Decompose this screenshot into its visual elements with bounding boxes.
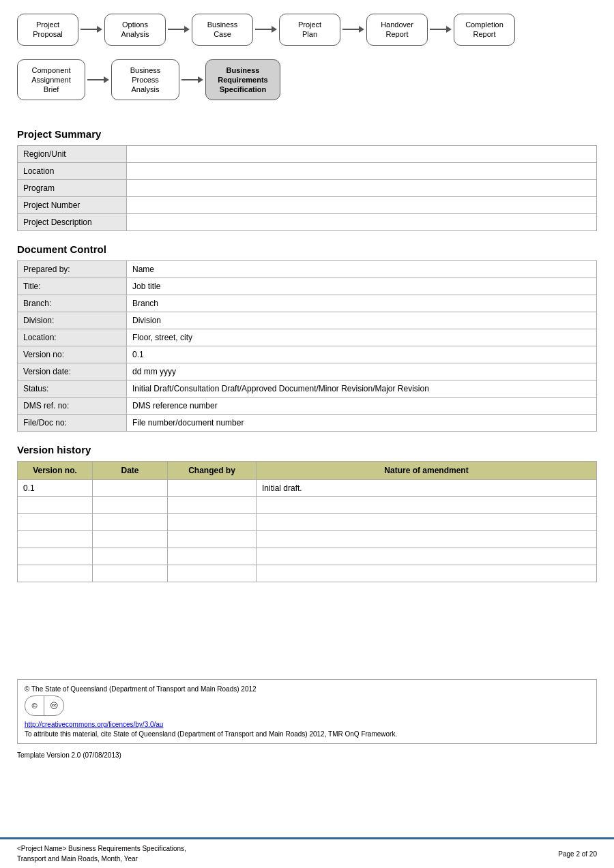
col-date: Date (93, 462, 168, 480)
bottom-line2: Transport and Main Roads, Month, Year (17, 854, 186, 864)
cc-badge: © 🅭 (25, 695, 64, 716)
value-version-date: dd mm yyyy (127, 363, 597, 380)
table-row (18, 531, 597, 548)
col-changed-by: Changed by (168, 462, 257, 480)
flow-step-business-requirements: BusinessRequirementsSpecification (205, 59, 280, 101)
cc-badge-row: © 🅭 (25, 695, 589, 718)
table-row (18, 514, 597, 531)
flow-step-business-process: BusinessProcessAnalysis (111, 59, 179, 101)
arrow-1 (81, 26, 102, 33)
label-branch: Branch: (18, 295, 127, 312)
cell-changed-by (168, 514, 257, 531)
cell-version (18, 531, 93, 548)
label-dms-ref: DMS ref. no: (18, 398, 127, 415)
table-row: Project Description (18, 214, 597, 231)
bottom-line1: <Project Name> Business Requirements Spe… (17, 843, 186, 854)
table-row: Status: Initial Draft/Consultation Draft… (18, 380, 597, 398)
cell-amendment (257, 565, 597, 582)
cell-changed-by (168, 497, 257, 514)
label-title: Title: (18, 278, 127, 295)
cc-circle-icon: © (25, 696, 44, 715)
value-project-description (127, 214, 597, 231)
cell-changed-by (168, 531, 257, 548)
project-summary-title: Project Summary (17, 128, 597, 140)
label-file-doc: File/Doc no: (18, 415, 127, 432)
arrow-7 (181, 76, 203, 83)
cc-person-icon: 🅭 (44, 696, 63, 715)
table-row: DMS ref. no: DMS reference number (18, 398, 597, 415)
cell-date (93, 548, 168, 565)
cell-version (18, 565, 93, 582)
copyright-text: © The State of Queensland (Department of… (25, 685, 589, 693)
table-row: Prepared by: Name (18, 261, 597, 278)
table-row (18, 497, 597, 514)
cell-version (18, 548, 93, 565)
label-location: Location (18, 163, 127, 180)
value-program (127, 180, 597, 197)
table-row: Version no: 0.1 (18, 346, 597, 363)
cell-changed-by (168, 480, 257, 497)
template-version: Template Version 2.0 (07/08/2013) (0, 749, 614, 761)
label-region: Region/Unit (18, 146, 127, 163)
flow-step-component-assignment: ComponentAssignmentBrief (17, 59, 85, 101)
cell-amendment (257, 531, 597, 548)
arrow-5 (430, 26, 452, 33)
label-program: Program (18, 180, 127, 197)
label-prepared-by: Prepared by: (18, 261, 127, 278)
table-row: Branch: Branch (18, 295, 597, 312)
value-region (127, 146, 597, 163)
cc-link[interactable]: http://creativecommons.org/licences/by/3… (25, 721, 589, 728)
table-row (18, 565, 597, 582)
label-version-no: Version no: (18, 346, 127, 363)
col-version-no: Version no. (18, 462, 93, 480)
table-row: Project Number (18, 197, 597, 214)
table-row: 0.1 Initial draft. (18, 480, 597, 497)
value-project-number (127, 197, 597, 214)
cell-version: 0.1 (18, 480, 93, 497)
label-location-dc: Location: (18, 329, 127, 346)
value-location-dc: Floor, street, city (127, 329, 597, 346)
value-division: Division (127, 312, 597, 329)
cell-date (93, 531, 168, 548)
flow-step-handover-report: HandoverReport (366, 14, 428, 46)
cell-amendment (257, 514, 597, 531)
cell-amendment: Initial draft. (257, 480, 597, 497)
cell-date (93, 497, 168, 514)
label-status: Status: (18, 380, 127, 398)
bottom-bar: <Project Name> Business Requirements Spe… (0, 837, 614, 868)
footer-box: © The State of Queensland (Department of… (17, 679, 597, 744)
table-row: Version date: dd mm yyyy (18, 363, 597, 380)
flow-step-completion-report: CompletionReport (454, 14, 515, 46)
col-nature: Nature of amendment (257, 462, 597, 480)
attribution-text: To attribute this material, cite State o… (25, 730, 589, 738)
table-row: Location (18, 163, 597, 180)
version-history-table: Version no. Date Changed by Nature of am… (17, 461, 597, 582)
cell-version (18, 514, 93, 531)
value-location (127, 163, 597, 180)
value-file-doc: File number/document number (127, 415, 597, 432)
flow-step-project-plan: ProjectPlan (279, 14, 340, 46)
arrow-2 (168, 26, 190, 33)
value-status: Initial Draft/Consultation Draft/Approve… (127, 380, 597, 398)
cell-date (93, 565, 168, 582)
value-dms-ref: DMS reference number (127, 398, 597, 415)
project-summary-table: Region/Unit Location Program Project Num… (17, 145, 597, 231)
flow-row-2: ComponentAssignmentBrief BusinessProcess… (17, 59, 597, 101)
flow-step-options-analysis: OptionsAnalysis (104, 14, 166, 46)
table-row: Location: Floor, street, city (18, 329, 597, 346)
cell-date (93, 480, 168, 497)
bottom-left: <Project Name> Business Requirements Spe… (17, 843, 186, 864)
label-project-description: Project Description (18, 214, 127, 231)
label-project-number: Project Number (18, 197, 127, 214)
cell-changed-by (168, 565, 257, 582)
value-branch: Branch (127, 295, 597, 312)
table-row: Program (18, 180, 597, 197)
flow-step-business-case: BusinessCase (192, 14, 253, 46)
document-control-table: Prepared by: Name Title: Job title Branc… (17, 260, 597, 432)
table-row (18, 548, 597, 565)
value-version-no: 0.1 (127, 346, 597, 363)
flow-step-project-proposal: ProjectProposal (17, 14, 78, 46)
arrow-4 (342, 26, 364, 33)
document-control-title: Document Control (17, 243, 597, 255)
arrow-6 (87, 76, 109, 83)
